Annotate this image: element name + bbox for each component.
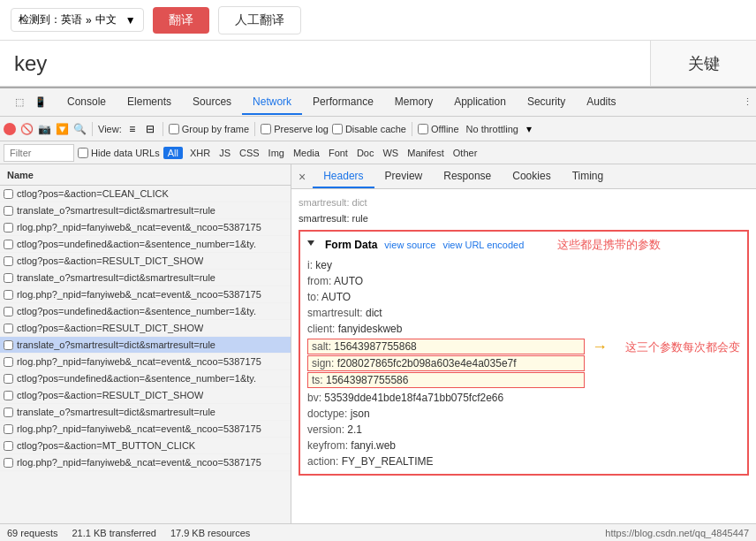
- list-item[interactable]: ctlog?pos=undefined&action=&sentence_num…: [0, 303, 291, 320]
- filter-all-tag[interactable]: All: [163, 147, 183, 159]
- tab-network[interactable]: Network: [242, 90, 302, 115]
- list-item[interactable]: rlog.php?_npid=fanyiweb&_ncat=event&_nco…: [0, 219, 291, 236]
- form-value: 53539dde41bde18f4a71bb075fcf2e66: [324, 392, 503, 404]
- network-items-list: ctlog?pos=&action=CLEAN_CLICK translate_…: [0, 186, 291, 523]
- filter-icon[interactable]: 🔽: [55, 122, 69, 136]
- tab-timing[interactable]: Timing: [562, 165, 615, 188]
- list-item[interactable]: translate_o?smartresult=dict&smartresult…: [0, 337, 291, 354]
- view-source-link[interactable]: view source: [384, 240, 435, 250]
- language-selector[interactable]: 检测到：英语 » 中文 ▼: [11, 8, 144, 32]
- capture-screenshot-icon[interactable]: 📷: [37, 122, 51, 136]
- item-text: ctlog?pos=undefined&action=&sentence_num…: [17, 306, 256, 316]
- panel-content: smartresult: dict smartresult: rule Form…: [291, 189, 756, 523]
- form-key: client:: [307, 323, 338, 335]
- form-row-doctype: doctype: json: [307, 407, 740, 421]
- list-item[interactable]: translate_o?smartresult=dict&smartresult…: [0, 404, 291, 421]
- inspect-icon[interactable]: ⬚: [11, 94, 28, 111]
- record-button[interactable]: [4, 123, 16, 135]
- form-key: doctype:: [307, 408, 351, 420]
- tab-performance[interactable]: Performance: [302, 90, 384, 115]
- lang-arrow: »: [86, 14, 92, 27]
- list-item[interactable]: ctlog?pos=&action=RESULT_DICT_SHOW: [0, 253, 291, 270]
- clear-icon[interactable]: 🚫: [19, 122, 34, 136]
- tab-audits[interactable]: Audits: [576, 90, 626, 115]
- filter-js[interactable]: JS: [215, 147, 234, 159]
- list-item[interactable]: ctlog?pos=undefined&action=&sentence_num…: [0, 370, 291, 387]
- main-content: Name ctlog?pos=&action=CLEAN_CLICK trans…: [0, 164, 756, 523]
- group-by-frame-label: Group by frame: [182, 124, 249, 134]
- more-options-icon[interactable]: ⋮: [738, 94, 756, 111]
- filter-xhr[interactable]: XHR: [186, 147, 214, 159]
- tab-response[interactable]: Response: [433, 165, 502, 188]
- list-item[interactable]: ctlog?pos=&action=MT_BUTTON_CLICK: [0, 438, 291, 454]
- chevron-down-icon: ▼: [125, 14, 136, 27]
- tab-elements[interactable]: Elements: [117, 90, 182, 115]
- disable-cache-label: Disable cache: [345, 124, 406, 134]
- filter-css[interactable]: CSS: [236, 147, 263, 159]
- translate-button[interactable]: 翻译: [153, 7, 209, 34]
- disable-cache-checkbox[interactable]: Disable cache: [332, 124, 406, 134]
- list-item[interactable]: ctlog?pos=&action=CLEAN_CLICK: [0, 186, 291, 202]
- list-item[interactable]: rlog.php?_npid=fanyiweb&_ncat=event&_nco…: [0, 286, 291, 303]
- tab-application[interactable]: Application: [443, 90, 517, 115]
- form-row-ts: ts: 15643987755586: [307, 372, 585, 388]
- devtools-panel: ⬚ 📱 Console Elements Sources Network Per…: [0, 87, 756, 541]
- list-item[interactable]: rlog.php?_npid=fanyiweb&_ncat=event&_nco…: [0, 454, 291, 471]
- list-item[interactable]: ctlog?pos=undefined&action=&sentence_num…: [0, 236, 291, 253]
- form-value: AUTO: [321, 291, 351, 303]
- tab-preview[interactable]: Preview: [374, 165, 434, 188]
- smartresult-rule: smartresult: rule: [299, 213, 368, 224]
- search-icon[interactable]: 🔍: [72, 122, 87, 136]
- form-row-to: to: AUTO: [307, 290, 740, 304]
- view-url-encoded-link[interactable]: view URL encoded: [442, 240, 524, 250]
- device-icon[interactable]: 📱: [32, 94, 49, 111]
- filter-bar: Hide data URLs All XHR JS CSS Img Media …: [0, 141, 756, 164]
- hide-data-urls-checkbox[interactable]: Hide data URLs: [78, 148, 160, 158]
- filter-font[interactable]: Font: [325, 147, 352, 159]
- filter-manifest[interactable]: Manifest: [404, 147, 448, 159]
- form-row-sign: sign: f208027865fc2b098a603e4e4a035e7f: [307, 355, 585, 371]
- item-text: translate_o?smartresult=dict&smartresult…: [17, 339, 215, 350]
- list-view-icon[interactable]: ≡: [125, 122, 140, 136]
- list-item[interactable]: rlog.php?_npid=fanyiweb&_ncat=event&_nco…: [0, 421, 291, 438]
- item-text: ctlog?pos=undefined&action=&sentence_num…: [17, 239, 256, 249]
- form-key: ts:: [312, 374, 326, 386]
- smartresult-row: smartresult: dict: [299, 194, 749, 210]
- list-item[interactable]: ctlog?pos=&action=RESULT_DICT_SHOW: [0, 387, 291, 404]
- form-value: 15643987755868: [334, 340, 416, 353]
- list-item[interactable]: rlog.php?_npid=fanyiweb&_ncat=event&_nco…: [0, 354, 291, 370]
- throttling-dropdown-icon[interactable]: ▾: [522, 122, 536, 136]
- list-item[interactable]: ctlog?pos=&action=RESULT_DICT_SHOW: [0, 320, 291, 337]
- transferred-size: 21.1 KB transferred: [72, 528, 155, 538]
- footer-url: https://blog.csdn.net/qq_4845447: [605, 528, 749, 538]
- panel-tabs: × Headers Preview Response Cookies Timin…: [291, 164, 756, 189]
- highlighted-rows-container: salt: 15643987755868 sign: f208027865fc2…: [307, 338, 740, 389]
- collapse-icon[interactable]: [307, 240, 314, 249]
- offline-checkbox[interactable]: Offline: [418, 124, 459, 134]
- filter-img[interactable]: Img: [265, 147, 288, 159]
- tab-console[interactable]: Console: [57, 90, 117, 115]
- manual-translate-button[interactable]: 人工翻译: [218, 6, 301, 34]
- form-row-action: action: FY_BY_REALTIME: [307, 454, 740, 469]
- translation-bar: 检测到：英语 » 中文 ▼ 翻译 人工翻译: [0, 0, 756, 41]
- form-value: AUTO: [334, 275, 363, 287]
- filter-ws[interactable]: WS: [379, 147, 402, 159]
- list-item[interactable]: translate_o?smartresult=dict&smartresult…: [0, 270, 291, 286]
- tab-security[interactable]: Security: [517, 90, 576, 115]
- filter-input[interactable]: [4, 144, 74, 162]
- panel-close-button[interactable]: ×: [291, 170, 313, 184]
- preserve-log-checkbox[interactable]: Preserve log: [261, 124, 329, 134]
- large-rows-icon[interactable]: ⊟: [143, 122, 157, 136]
- tab-sources[interactable]: Sources: [182, 90, 242, 115]
- tab-cookies[interactable]: Cookies: [502, 165, 561, 188]
- tab-headers[interactable]: Headers: [313, 165, 374, 188]
- smartresult-rule-row: smartresult: rule: [299, 210, 749, 226]
- filter-media[interactable]: Media: [290, 147, 323, 159]
- network-list: Name ctlog?pos=&action=CLEAN_CLICK trans…: [0, 164, 291, 523]
- list-item[interactable]: translate_o?smartresult=dict&smartresult…: [0, 202, 291, 219]
- group-by-frame-checkbox[interactable]: Group by frame: [169, 124, 249, 134]
- smartresult-label: smartresult: dict: [299, 197, 367, 208]
- filter-other[interactable]: Other: [450, 147, 481, 159]
- tab-memory[interactable]: Memory: [384, 90, 443, 115]
- filter-doc[interactable]: Doc: [353, 147, 378, 159]
